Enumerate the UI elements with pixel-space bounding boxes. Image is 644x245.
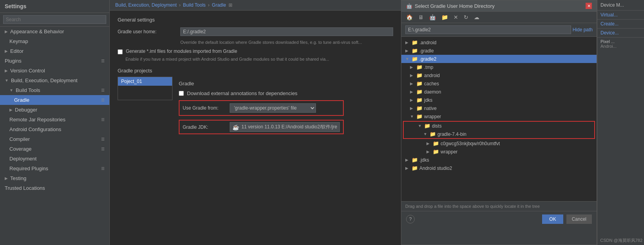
home-button[interactable]: 🏠 [405,13,414,21]
gradle-jdk-value[interactable]: ☕ 11 version 11.0.13 E:/Android studio2/… [230,122,340,132]
compiler-icon: ☰ [101,137,105,141]
arrow-icon: ▼ [418,124,423,128]
virtual-button[interactable]: Virtual... [597,11,644,20]
folder-label: .gradle2 [419,56,436,62]
download-annotations-checkbox[interactable] [179,91,184,96]
tree-item-wrapper[interactable]: ▼ 📁 wrapper [401,112,597,121]
tree-item-hash[interactable]: ▶ 📁 c0gwcg53nkjbqw/r0h0umtfvt [401,139,597,148]
search-box [0,13,109,27]
tree-item-daemon[interactable]: ▶ 📁 daemon [401,88,597,96]
dialog-hint: Drag and drop a file into the space abov… [401,201,597,211]
sidebar-item-version-control[interactable]: ▶ Version Control [0,66,109,76]
gradle-section-title: Gradle [179,81,344,86]
folder-button[interactable]: 📁 [440,13,450,21]
sidebar-item-label: Build Tools [16,87,99,93]
dialog-title-label: Select Gradle User Home Directory [415,3,495,9]
folder-icon: 📁 [416,72,423,78]
tree-item-jdks2[interactable]: ▶ 📁 .jdks [401,156,597,164]
tree-item-gradle2[interactable]: ▼ 📁 .gradle2 [401,55,597,63]
arrow-icon: ▶ [426,150,431,154]
arrow-icon: ▶ [405,166,410,170]
project-item[interactable]: Poject_01 [118,77,172,86]
tree-item-native[interactable]: ▶ 📁 native [401,104,597,112]
cancel-button[interactable]: Cancel [566,214,592,224]
arrow-icon: ▶ [410,65,415,69]
android-button[interactable]: 🤖 [428,13,437,21]
gradle-section: Gradle Download external annotations for… [179,81,344,138]
generate-iml-hint: Enable if you have a mixed project with … [125,57,393,61]
dialog-path-bar: Hide path [401,23,597,37]
tree-item-caches[interactable]: ▶ 📁 caches [401,79,597,88]
tree-item-jdks[interactable]: ▶ 📁 jdks [401,96,597,104]
sidebar-item-compiler[interactable]: Compiler ☰ [0,134,109,144]
sidebar-item-keymap[interactable]: Keymap [0,36,109,46]
gradle-user-home-input[interactable] [180,27,393,36]
tree-item-wrapper2[interactable]: ▶ 📁 wrapper [401,148,597,156]
folder-icon: 📁 [416,105,423,111]
sidebar-item-required-plugins[interactable]: Required Plugins ☰ [0,164,109,173]
sidebar-item-plugins[interactable]: Plugins ☰ [0,56,109,66]
sidebar-item-debugger[interactable]: ▶ Debugger [0,105,109,115]
breadcrumb-gradle[interactable]: Gradle [212,2,226,8]
tree-item-dists[interactable]: ▼ 📁 dists [404,122,594,130]
sidebar-item-build-tools[interactable]: ▼ Build Tools ☰ [0,85,109,95]
ok-button[interactable]: OK [542,214,563,224]
breadcrumb-build-tools[interactable]: Build Tools [183,2,206,8]
remote-jar-icon: ☰ [101,117,105,122]
sidebar-item-deployment[interactable]: Deployment [0,154,109,164]
arrow-icon: ▼ [405,57,410,61]
generate-iml-checkbox[interactable] [118,49,123,54]
folder-label: dists [432,123,442,129]
tree-item-android-studio2[interactable]: ▶ 📁 Android studio2 [401,164,597,172]
dialog-close-button[interactable]: ✕ [586,3,592,9]
arrow-icon: ▶ [410,81,415,86]
generate-iml-label: Generate *.iml files for modules importe… [126,49,237,54]
path-input[interactable] [405,25,571,34]
dialog-footer-buttons: OK Cancel [542,214,592,224]
tree-item-tmp[interactable]: ▶ 📁 .tmp [401,63,597,71]
download-annotations-label: Download external annotations for depend… [187,90,298,96]
sidebar-item-android-configurations[interactable]: Android Configurations [0,124,109,134]
sidebar-item-editor[interactable]: ▶ Editor [0,46,109,56]
cloud-button[interactable]: ☁ [472,13,481,21]
arrow-icon: ▼ [410,114,415,119]
use-gradle-from-select[interactable]: 'gradle-wrapper.properties' file [230,103,316,113]
sidebar-item-coverage[interactable]: Coverage ☰ [0,144,109,154]
tree-item-gradle[interactable]: ▶ 📁 .gradle [401,47,597,55]
hide-path-button[interactable]: Hide path [573,27,593,32]
arrow-icon: ▶ [5,49,8,53]
folder-label: .tmp [424,65,433,70]
folder-icon: 📁 [416,113,423,119]
sidebar-item-remote-jar[interactable]: Remote Jar Repositories ☰ [0,115,109,124]
sidebar-item-label: Coverage [9,146,99,152]
tree-item-android-folder[interactable]: ▶ 📁 android [401,71,597,79]
desktop-button[interactable]: 🖥 [417,13,425,21]
folder-icon: 📁 [416,89,423,95]
help-button[interactable]: ? [406,215,415,223]
sidebar-item-gradle[interactable]: Gradle ☰ [0,95,109,105]
sidebar-item-label: Plugins [5,58,99,64]
general-settings-title: General settings [118,17,393,23]
sidebar-item-testing[interactable]: ▶ Testing [0,173,109,183]
sidebar-item-label: Editor [10,48,105,54]
folder-label: .android [419,40,436,45]
refresh-button[interactable]: ↻ [462,13,470,21]
create-button[interactable]: Create... [597,20,644,29]
delete-button[interactable]: ✕ [452,13,460,21]
search-input[interactable] [3,15,106,24]
folder-label: caches [424,81,439,86]
folder-icon: 📁 [412,157,418,163]
sidebar-item-appearance-behavior[interactable]: ▶ Appearance & Behavior [0,27,109,36]
pixel-device: Pixel ... Androi... [597,38,644,50]
sidebar-item-build-execution-deployment[interactable]: ▼ Build, Execution, Deployment [0,76,109,85]
arrow-icon: ▶ [410,106,415,110]
folder-icon: 📁 [416,81,423,86]
device-button[interactable]: Device... [597,29,644,38]
breadcrumb-build[interactable]: Build, Execution, Deployment [115,2,177,8]
sidebar-item-trusted-locations[interactable]: Trusted Locations [0,183,109,193]
required-plugins-icon: ☰ [101,166,105,171]
tree-item-gradle-7-4-bin[interactable]: ▼ 📁 gradle-7.4-bin [404,130,594,138]
plugins-icon: ☰ [101,59,105,63]
dialog-tree: ▶ 📁 .android ▶ 📁 .gradle ▼ 📁 .gradle2 ▶ … [401,37,597,201]
tree-item-android[interactable]: ▶ 📁 .android [401,38,597,47]
